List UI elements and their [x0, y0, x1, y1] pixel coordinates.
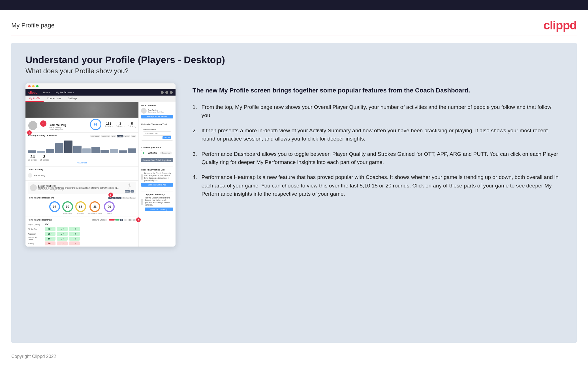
- add-link-button[interactable]: Add Link: [143, 137, 171, 139]
- heatmap-header: Performance Heatmap 5 Round Change: 5 10: [28, 219, 136, 221]
- heatmap-cell-arg-3[interactable]: .. ↑: [69, 237, 80, 241]
- community-section: Clippd Community Visit the Clippd Commun…: [141, 191, 173, 211]
- heatmap-cell-putt-1[interactable]: 96 ↓: [45, 241, 55, 245]
- filter-offcourse[interactable]: Off-course: [101, 135, 110, 137]
- heatmap-btn-10[interactable]: 10: [124, 219, 127, 221]
- mockup-frame: clippd Home My Performance My Profile Co…: [25, 83, 176, 247]
- heatmap-cell-app-1[interactable]: 85 ↑: [45, 232, 55, 236]
- mockup-nav: clippd Home My Performance: [25, 89, 176, 96]
- badge-3: 3: [108, 193, 113, 197]
- heatmap-section: 4 Performance Heatmap 5 Round Change:: [25, 217, 138, 247]
- mockup-nav-performance: My Performance: [55, 91, 74, 94]
- drill-title: Record a Practice Drill: [141, 169, 173, 171]
- list-num-1: 1.: [193, 103, 197, 120]
- all-activities-button[interactable]: All Activities: [28, 161, 136, 165]
- mockup-tab-settings[interactable]: Settings: [65, 96, 81, 102]
- bar-6: [73, 146, 82, 154]
- disconnect-btn[interactable]: Disconnect: [160, 152, 172, 154]
- heatmap-btn-5[interactable]: 5: [120, 219, 123, 221]
- handicap-badge: +1: [40, 120, 46, 127]
- heatmap-cell-ott-3[interactable]: .. ↑: [69, 227, 80, 231]
- manage-coaches-button[interactable]: Manage Your Coaches: [141, 115, 173, 118]
- mockup-left-panel: +1 Blair McHarg Plus Handicap United Kin…: [25, 102, 139, 247]
- heatmap-cell-arg-2[interactable]: .. ↑: [57, 237, 68, 241]
- list-item-1: 1. From the top, My Profile page now sho…: [193, 103, 563, 120]
- lesson-info: Lesson with Fordy Nothing to feel like m…: [38, 185, 123, 191]
- activity-section: 2 Monthly Activity - 6 Months On-course …: [25, 133, 138, 167]
- filter-oncourse[interactable]: On-course: [90, 135, 100, 137]
- filter-1yr[interactable]: 1 yr: [111, 135, 116, 137]
- bar-9: [101, 150, 109, 154]
- heatmap-cell-app-2[interactable]: .. ↑: [57, 232, 68, 236]
- following-label: Following: [128, 125, 136, 127]
- filter-1wk[interactable]: 1 wk: [131, 135, 136, 137]
- badge-2: 2: [27, 130, 32, 135]
- filter-1mth[interactable]: 1 mth: [124, 135, 130, 137]
- heatmap-label-putt: Putting: [28, 243, 43, 245]
- connect-section: Connect your data Arccos Disconnect Mana…: [141, 146, 173, 162]
- filter-6mths[interactable]: 6 mths: [117, 135, 123, 137]
- heatmap-cell-ott-1[interactable]: 90 ↑: [45, 227, 55, 231]
- mockup-tab-myprofile[interactable]: My Profile: [25, 96, 44, 102]
- heatmap-cell-app-3[interactable]: .. ↑: [69, 232, 80, 236]
- activity-item: Blair McHarg: [28, 172, 136, 179]
- profile-name-block: Blair McHarg Plus Handicap United Kingdo…: [49, 124, 88, 131]
- bar-3: [46, 149, 54, 153]
- activity-item-icon: [28, 173, 32, 178]
- off-course-value: 3: [40, 154, 49, 159]
- coach-item: Dan Davies Bonnington Golf Club: [141, 108, 173, 114]
- coach-info: Dan Davies Bonnington Golf Club: [148, 109, 164, 113]
- manage-integrations-button[interactable]: Manage Your Data Integrations: [141, 158, 173, 162]
- heatmap-row-ott: Off the Tee 90 ↑ .. ↑ .. ↑: [28, 227, 136, 231]
- community-info: Clippd Community Visit the Clippd Commun…: [145, 193, 173, 211]
- mockup-tab-connections[interactable]: Connections: [44, 96, 65, 102]
- mockup-nav-icons: [161, 91, 173, 94]
- bar-7: [82, 148, 91, 154]
- mockup-nav-home: Home: [43, 91, 50, 94]
- perf-rings: 92 90 Off the Tee 85 Approach: [28, 200, 136, 215]
- ring-app: 85 Approach: [75, 201, 86, 214]
- bar-11: [119, 150, 127, 153]
- add-link-label: Add Link: [162, 136, 171, 139]
- on-course-label: On Course: [28, 159, 37, 161]
- heatmap-row-app: Approach 85 ↑ .. ↑ .. ↑: [28, 232, 136, 236]
- trackman-box: Trackman Link Add Link: [141, 127, 173, 141]
- heatmap-cell-arg-1[interactable]: 86 ↑: [45, 237, 55, 241]
- trackman-input[interactable]: [143, 131, 171, 136]
- mockup-right-panel: Your Coaches Dan Davies Bonnington Golf …: [139, 102, 176, 247]
- coach-club: Bonnington Golf Club: [148, 111, 164, 113]
- heatmap-btn-15[interactable]: 15: [128, 219, 132, 221]
- heatmap-cell-ott-2[interactable]: .. ↑: [57, 227, 68, 231]
- bar-1: [28, 150, 36, 153]
- two-col-layout: clippd Home My Performance My Profile Co…: [25, 83, 563, 247]
- text-column: The new My Profile screen brings togethe…: [193, 83, 563, 198]
- heatmap-row-overall: Player Quality 92: [28, 222, 136, 226]
- community-title: Clippd Community: [145, 193, 173, 196]
- heatmap-label-app: Approach: [28, 233, 43, 235]
- bar-8: [91, 147, 100, 154]
- profile-info-row: +1 Blair McHarg Plus Handicap United Kin…: [25, 118, 138, 133]
- mockup-nav-logo: clippd: [28, 91, 37, 94]
- list-item-4: 4. Performance Heatmap is a new feature …: [193, 173, 563, 198]
- connect-item-arccos: Arccos Disconnect: [143, 152, 172, 154]
- heatmap-cell-putt-2[interactable]: .. ↓: [57, 241, 68, 245]
- bar-4: [55, 143, 63, 153]
- on-course-value: 24: [28, 154, 37, 159]
- activities-value: 131: [105, 122, 113, 125]
- launch-capture-button[interactable]: Launch Capture App: [141, 183, 173, 187]
- heatmap-label-arg: Around the Green: [28, 237, 43, 241]
- heatmap-btn-20[interactable]: 20: [132, 219, 136, 221]
- launch-community-button[interactable]: Launch Community: [145, 208, 173, 211]
- perf-title: Performance Dashboard: [28, 197, 54, 199]
- heatmap-cell-putt-3[interactable]: .. ↓: [69, 241, 80, 245]
- bar-2: [37, 151, 45, 154]
- list-num-2: 2.: [193, 126, 197, 143]
- connect-logo-arccos: Arccos: [148, 152, 157, 154]
- heatmap-controls: 5 Round Change: 5 10 15 20: [92, 219, 136, 221]
- trend-red: [109, 219, 115, 221]
- svg-line-1: [129, 185, 129, 189]
- copyright-text: Copyright Clippd 2022: [11, 354, 56, 359]
- badge-4: 4: [136, 217, 141, 222]
- perf-toggle-strokes[interactable]: Strokes Gained: [122, 197, 136, 199]
- followers-label: Followers: [116, 125, 124, 127]
